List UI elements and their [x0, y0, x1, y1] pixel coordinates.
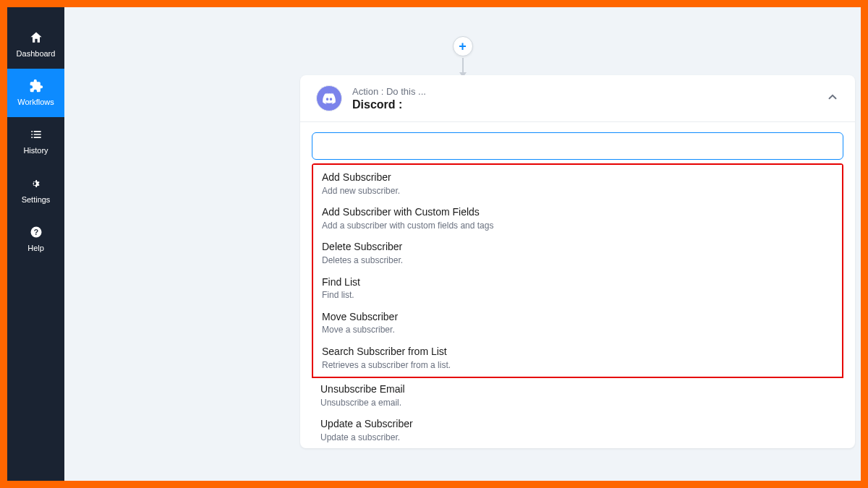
highlighted-options: Add Subscriber Add new subscriber. Add S…	[312, 163, 843, 378]
option-title: Update a Subscriber	[320, 417, 835, 432]
sidebar-item-help[interactable]: ? Help	[7, 215, 64, 263]
option-desc: Deletes a subscriber.	[322, 255, 833, 267]
option-title: Unsubscribe Email	[320, 382, 835, 397]
sidebar-item-label: Dashboard	[17, 49, 56, 59]
card-header-text: Action : Do this ... Discord :	[352, 86, 826, 111]
option-delete-subscriber[interactable]: Delete Subscriber Deletes a subscriber.	[313, 236, 842, 270]
sidebar-item-label: Workflows	[17, 98, 54, 107]
sidebar: Dashboard Workflows History Settings	[7, 7, 64, 481]
option-title: Find List	[322, 275, 833, 290]
sidebar-item-history[interactable]: History	[7, 117, 64, 166]
option-find-list[interactable]: Find List Find list.	[313, 271, 842, 306]
option-unsubscribe-email[interactable]: Unsubscribe Email Unsubscribe a email.	[312, 378, 843, 413]
main-content: + Action : Do this ... Discord :	[64, 7, 861, 481]
option-desc: Add new subscriber.	[322, 186, 833, 197]
sidebar-item-label: History	[23, 146, 48, 155]
connector-line	[462, 58, 464, 72]
option-add-subscriber[interactable]: Add Subscriber Add new subscriber.	[313, 166, 842, 201]
app-root: Dashboard Workflows History Settings	[7, 7, 861, 481]
option-desc: Find list.	[322, 290, 833, 301]
option-desc: Move a subscriber.	[322, 325, 833, 336]
option-move-subscriber[interactable]: Move Subscriber Move a subscriber.	[313, 306, 842, 341]
action-search-input[interactable]	[312, 132, 843, 160]
option-desc: Update a subscriber.	[320, 432, 835, 444]
help-icon: ?	[27, 223, 45, 241]
add-step-button[interactable]: +	[453, 36, 473, 56]
plus-icon: +	[459, 39, 467, 54]
option-title: Search Subscriber from List	[322, 345, 833, 359]
home-icon	[27, 29, 45, 46]
card-subtitle: Action : Do this ...	[352, 86, 826, 97]
option-desc: Retrieves a subscriber from a list.	[322, 360, 833, 372]
discord-icon	[316, 85, 342, 111]
sidebar-item-label: Settings	[22, 195, 51, 205]
chevron-up-icon[interactable]	[826, 90, 839, 106]
puzzle-icon	[27, 77, 45, 95]
option-title: Move Subscriber	[322, 310, 833, 325]
action-card: Action : Do this ... Discord : Add Subsc…	[300, 75, 855, 448]
action-dropdown: Add Subscriber Add new subscriber. Add S…	[312, 163, 843, 448]
option-title: Delete Subscriber	[322, 240, 833, 254]
option-desc: Add a subscriber with custom fields and …	[322, 221, 833, 232]
card-title: Discord :	[352, 98, 826, 111]
option-title: Add Subscriber with Custom Fields	[322, 205, 833, 220]
svg-text:?: ?	[33, 228, 38, 236]
option-add-subscriber-custom[interactable]: Add Subscriber with Custom Fields Add a …	[313, 201, 842, 236]
option-search-subscriber[interactable]: Search Subscriber from List Retrieves a …	[313, 341, 842, 375]
gear-icon	[27, 175, 45, 192]
option-desc: Unsubscribe a email.	[320, 398, 835, 409]
sidebar-item-workflows[interactable]: Workflows	[7, 69, 64, 117]
option-title: Add Subscriber	[322, 171, 833, 185]
list-icon	[27, 126, 45, 143]
sidebar-item-label: Help	[27, 244, 44, 253]
sidebar-item-dashboard[interactable]: Dashboard	[7, 20, 64, 69]
option-update-subscriber[interactable]: Update a Subscriber Update a subscriber.	[312, 413, 843, 448]
card-body: Add Subscriber Add new subscriber. Add S…	[300, 122, 855, 448]
card-header[interactable]: Action : Do this ... Discord :	[300, 75, 855, 122]
step-connector: +	[453, 36, 473, 77]
sidebar-item-settings[interactable]: Settings	[7, 166, 64, 215]
